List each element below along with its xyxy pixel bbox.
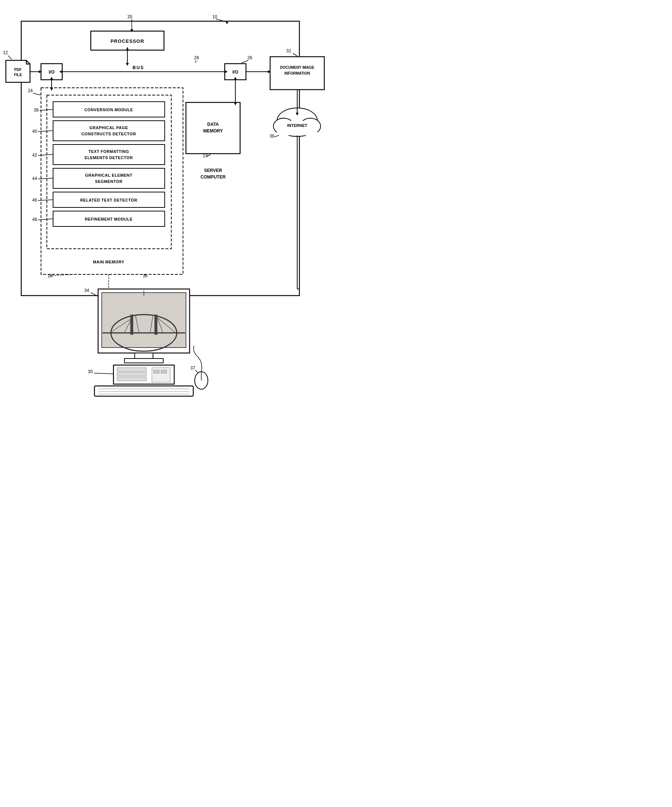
svg-text:42: 42	[32, 153, 37, 158]
svg-rect-26	[53, 144, 165, 164]
svg-text:GRAPHICAL PAGE: GRAPHICAL PAGE	[89, 126, 128, 130]
svg-marker-16	[126, 63, 129, 66]
svg-text:38: 38	[34, 108, 39, 113]
svg-rect-4	[21, 21, 299, 296]
svg-text:I/O: I/O	[49, 70, 55, 75]
svg-rect-103	[102, 293, 186, 347]
svg-line-114	[158, 318, 176, 333]
svg-text:SEGMENTOR: SEGMENTOR	[95, 179, 122, 184]
svg-line-112	[150, 315, 153, 333]
svg-text:28: 28	[194, 55, 199, 60]
svg-marker-44	[50, 77, 53, 80]
svg-text:12: 12	[3, 50, 8, 55]
svg-rect-120	[117, 377, 146, 381]
svg-rect-29	[53, 168, 165, 188]
svg-text:CONSTRUCTS DETECTOR: CONSTRUCTS DETECTOR	[81, 132, 136, 136]
svg-rect-20	[47, 95, 171, 249]
svg-marker-48	[6, 60, 30, 82]
svg-text:MEMORY: MEMORY	[203, 128, 223, 133]
svg-marker-52	[39, 70, 42, 73]
svg-text:TEXT FORMATTING: TEXT FORMATTING	[88, 149, 129, 154]
svg-text:BUS: BUS	[133, 65, 144, 70]
svg-line-87	[50, 274, 73, 276]
svg-text:ELEMENTS DETECTOR: ELEMENTS DETECTOR	[85, 156, 133, 160]
svg-rect-104	[103, 293, 185, 347]
svg-marker-17	[126, 47, 129, 50]
svg-point-105	[111, 315, 177, 351]
svg-rect-32	[53, 192, 165, 208]
svg-text:RELATED TEXT DETECTOR: RELATED TEXT DETECTOR	[80, 198, 137, 202]
svg-text:14: 14	[203, 153, 208, 158]
svg-text:26: 26	[248, 55, 253, 60]
svg-rect-115	[135, 353, 153, 359]
svg-rect-116	[125, 359, 163, 363]
svg-line-81	[207, 154, 210, 156]
svg-marker-57	[268, 70, 271, 73]
svg-marker-65	[296, 113, 299, 116]
svg-line-135	[94, 373, 113, 374]
svg-marker-71	[130, 29, 133, 32]
svg-text:37: 37	[190, 365, 195, 370]
svg-text:18: 18	[48, 273, 53, 278]
svg-marker-12	[225, 70, 228, 73]
svg-line-113	[157, 317, 163, 333]
svg-text:36: 36	[269, 133, 274, 139]
svg-rect-23	[53, 121, 165, 141]
svg-text:10: 10	[212, 14, 218, 19]
svg-text:FILE: FILE	[14, 73, 22, 77]
svg-text:COMPUTER: COMPUTER	[201, 174, 226, 179]
svg-rect-108	[155, 315, 157, 335]
svg-line-93	[38, 131, 53, 132]
svg-line-99	[38, 200, 53, 201]
svg-line-79	[293, 53, 297, 56]
svg-point-61	[282, 123, 313, 136]
svg-text:DOCUMENT IMAGE: DOCUMENT IMAGE	[280, 65, 314, 70]
svg-line-67	[216, 19, 227, 22]
svg-point-60	[300, 118, 321, 134]
svg-text:34: 34	[84, 288, 89, 293]
svg-rect-34	[53, 211, 165, 226]
svg-marker-43	[50, 88, 53, 91]
svg-text:40: 40	[32, 129, 37, 134]
svg-rect-53	[270, 57, 324, 90]
svg-text:REFINEMENT MODULE: REFINEMENT MODULE	[85, 217, 133, 221]
svg-text:24: 24	[28, 88, 33, 93]
svg-rect-118	[117, 368, 146, 371]
svg-line-83	[274, 135, 279, 137]
svg-line-133	[195, 370, 199, 373]
svg-rect-5	[91, 31, 164, 50]
svg-text:32: 32	[286, 48, 291, 53]
svg-text:16: 16	[143, 273, 148, 278]
svg-line-111	[135, 315, 139, 333]
svg-rect-9	[225, 64, 246, 80]
svg-line-101	[38, 219, 53, 220]
svg-text:SERVER: SERVER	[204, 168, 222, 173]
svg-rect-102	[98, 289, 190, 353]
svg-rect-107	[130, 315, 133, 335]
svg-text:PDF: PDF	[14, 68, 22, 72]
svg-rect-121	[152, 368, 170, 382]
svg-text:PROCESSOR: PROCESSOR	[111, 38, 144, 44]
svg-text:44: 44	[32, 176, 37, 181]
svg-line-109	[110, 318, 132, 333]
svg-line-73	[8, 56, 12, 59]
svg-text:GRAPHICAL ELEMENT: GRAPHICAL ELEMENT	[85, 173, 132, 178]
svg-text:CONVERSION MODULE: CONVERSION MODULE	[84, 108, 133, 112]
svg-rect-62	[277, 121, 317, 135]
svg-line-91	[40, 110, 53, 110]
svg-rect-124	[95, 386, 193, 396]
svg-marker-68	[226, 21, 228, 24]
diagram-container: PROCESSOR I/O I/O BUS CONVERSION MODULE …	[0, 0, 336, 404]
svg-line-131	[91, 293, 98, 296]
svg-line-75	[241, 60, 248, 63]
svg-text:20: 20	[127, 14, 133, 19]
svg-point-59	[273, 118, 294, 134]
svg-text:30: 30	[88, 369, 93, 374]
svg-text:46: 46	[32, 198, 37, 203]
svg-point-128	[195, 372, 208, 389]
svg-text:INFORMATION: INFORMATION	[284, 71, 310, 75]
svg-rect-37	[186, 103, 240, 154]
svg-rect-21	[53, 102, 165, 117]
svg-text:INTERNET: INTERNET	[287, 123, 308, 128]
svg-rect-117	[113, 365, 174, 384]
